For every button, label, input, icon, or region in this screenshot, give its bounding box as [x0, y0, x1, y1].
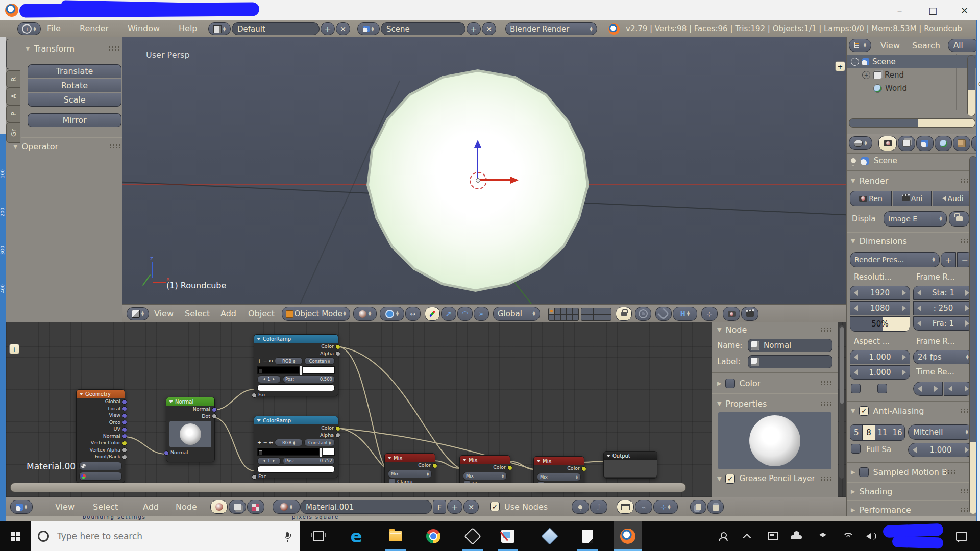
material-browse-button[interactable]: ▲▼ [273, 500, 300, 514]
dimensions-panel-header[interactable]: ▼ Dimensions [851, 235, 972, 247]
pivot-align-toggle[interactable]: ↔ [405, 307, 421, 321]
scene-name-field[interactable]: Scene [381, 22, 465, 35]
ramp-colormode-select[interactable]: RGB▲▼ [275, 439, 303, 446]
outliner-menu-search[interactable]: Search [912, 41, 940, 51]
layers-grid-right[interactable] [581, 308, 611, 321]
tool-tab-physics[interactable]: P [6, 105, 20, 122]
manipulator-rotate-toggle[interactable]: ➚ [441, 307, 456, 321]
grease-pencil-panel-header[interactable]: ▼ ✓ Grease Pencil Layer [712, 471, 838, 486]
panel-grip-icon[interactable] [820, 381, 832, 386]
outliner-row-scene[interactable]: − Scene [847, 55, 976, 68]
ramp-color-swatch[interactable] [257, 384, 335, 391]
scroll-thumb[interactable] [840, 327, 844, 404]
vertex-color-field[interactable] [79, 472, 122, 481]
node-h-scrollbar[interactable] [10, 483, 686, 492]
manipulator-translate-toggle[interactable] [425, 307, 440, 321]
tray-dropbox-button[interactable] [813, 521, 833, 551]
layer-cell[interactable] [587, 308, 593, 314]
stepper-right-icon[interactable] [965, 305, 969, 311]
layer-cell[interactable] [561, 315, 567, 321]
ramp-pos-slider[interactable]: Pos:0.500 [283, 375, 335, 383]
socket[interactable] [252, 393, 257, 398]
tool-tab-relations[interactable]: R [6, 70, 20, 88]
transform-panel-header[interactable]: ▼ Transform [26, 43, 120, 54]
lock-to-scene-toggle[interactable] [616, 307, 632, 321]
socket[interactable] [432, 463, 437, 468]
outliner-row-renderlayers[interactable]: + Rend [847, 68, 976, 82]
node-mix-1[interactable]: Mix Color Mix▲▼ Clamp [384, 453, 435, 487]
socket[interactable] [212, 414, 217, 419]
taskbar-app-3dviewer[interactable] [537, 521, 562, 551]
ramp-colormode-select[interactable]: RGB▲▼ [275, 357, 303, 365]
socket[interactable] [581, 466, 586, 471]
properties-panel-header[interactable]: ▼ Properties [712, 397, 838, 410]
manipulator-scale-toggle[interactable]: ◠ [457, 307, 473, 321]
taskbar-search-box[interactable] [31, 521, 300, 551]
scene-add-button[interactable]: + [467, 22, 481, 35]
use-nodes-checkbox[interactable]: ✓ [490, 502, 500, 511]
layer-cell[interactable] [581, 315, 587, 321]
ramp-color-swatch[interactable] [257, 466, 335, 473]
socket[interactable] [507, 465, 512, 470]
sampled-motion-blur-panel-header[interactable]: ▶ Sampled Motion B [851, 465, 972, 479]
vp-menu-add[interactable]: Add [220, 309, 236, 318]
collapse-triangle-icon[interactable] [257, 419, 261, 422]
layer-cell[interactable] [594, 308, 599, 314]
paste-nodes-button[interactable] [707, 500, 724, 514]
pin-button[interactable] [572, 500, 589, 514]
node-name-field[interactable]: Normal [748, 339, 832, 352]
layers-grid-left[interactable] [548, 308, 579, 321]
node-panel-header[interactable]: ▼ Node [712, 322, 838, 337]
stepper-left-icon[interactable] [917, 305, 921, 311]
panel-grip-icon[interactable] [944, 469, 957, 475]
tab-scene[interactable] [916, 136, 934, 151]
node-colorramp-1[interactable]: ColorRamp Color Alpha + − ↔ RGB▲▼ Consta… [254, 334, 338, 396]
collapse-triangle-icon[interactable] [536, 460, 541, 462]
taskbar-app-blender-active[interactable] [614, 521, 642, 551]
editor-type-button[interactable]: i ▲▼ [17, 22, 41, 35]
aa-samples-8-active[interactable]: 8 [863, 425, 875, 440]
stepper-left-icon[interactable] [854, 369, 858, 375]
ramp-pos-slider[interactable]: Pos:0.752 [283, 457, 335, 465]
ramp-gradient-bar[interactable] [257, 366, 335, 374]
render-animation-button[interactable]: Ani [893, 191, 932, 206]
node-normal[interactable]: Normal Normal Dot Normal [166, 397, 215, 462]
ramp-del-button[interactable]: − [263, 358, 267, 364]
panel-grip-icon[interactable] [820, 401, 832, 407]
resolution-x-field[interactable]: 1920 [850, 286, 910, 300]
manipulator-x-arrow[interactable] [510, 177, 519, 184]
layer-cell[interactable] [599, 315, 605, 321]
layer-cell[interactable] [555, 308, 560, 314]
layer-cell[interactable] [561, 308, 567, 314]
tray-show-hidden-button[interactable] [739, 521, 756, 551]
stepper-right-icon[interactable] [965, 320, 969, 327]
material-unlink-button[interactable]: ✕ [463, 500, 479, 514]
editor-type-button[interactable]: ▲▼ [849, 39, 871, 52]
viewport-shading-select[interactable]: ▲▼ [353, 307, 377, 321]
material-add-button[interactable]: + [447, 500, 462, 514]
color-checkbox[interactable] [725, 379, 735, 388]
taskbar-app-photos[interactable] [496, 521, 520, 551]
node-output-material[interactable]: Output [603, 451, 657, 479]
manipulator-x-axis[interactable] [480, 179, 510, 181]
ne-menu-select[interactable]: Select [93, 502, 118, 512]
tray-window-icon-button[interactable] [764, 521, 783, 551]
socket[interactable] [335, 426, 340, 431]
stepper-right-icon[interactable] [965, 290, 969, 296]
menu-file[interactable]: File [47, 23, 61, 33]
mix-blendmode-select[interactable]: Mix▲▼ [537, 473, 581, 481]
ramp-flip-button[interactable]: ↔ [269, 440, 273, 445]
color-panel-header[interactable]: ▶ Color [712, 377, 838, 390]
layer-cell[interactable] [605, 315, 611, 321]
aa-samples-16[interactable]: 16 [890, 425, 904, 440]
ramp-stop-marker[interactable] [299, 366, 303, 375]
material-name-field[interactable]: Material.001 [300, 500, 432, 514]
stepper-left-icon[interactable] [854, 354, 858, 360]
collapse-triangle-icon[interactable] [606, 455, 610, 457]
layer-cell[interactable] [549, 315, 554, 321]
tray-network-button[interactable] [837, 521, 857, 551]
editor-type-button[interactable]: ▲▼ [849, 136, 872, 150]
stepper-right-icon[interactable] [902, 305, 906, 311]
scene-icon-button[interactable]: ▲▼ [357, 22, 380, 35]
snap-node-element-select[interactable]: ⌁ [635, 500, 652, 514]
